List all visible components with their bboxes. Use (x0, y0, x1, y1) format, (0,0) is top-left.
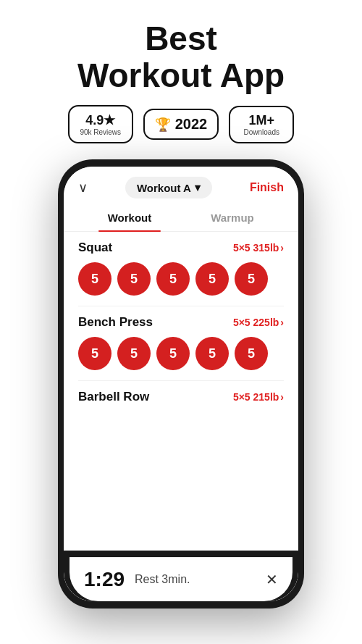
award-badge: 🏆 2022 (143, 109, 219, 140)
trophy-icon: 🏆 (155, 117, 171, 133)
badges-row: 4.9★ 90k Reviews 🏆 2022 1M+ Downloads (68, 105, 295, 143)
rest-timer-time: 1:29 (84, 568, 127, 591)
tab-warmup[interactable]: Warmup (181, 204, 284, 231)
downloads-value: 1M+ (248, 113, 274, 128)
squat-set-1[interactable]: 5 (78, 262, 111, 296)
rating-badge: 4.9★ 90k Reviews (68, 105, 133, 143)
rating-value: 4.9★ (85, 112, 115, 128)
bench-set-4[interactable]: 5 (195, 337, 229, 370)
squat-name: Squat (78, 241, 112, 255)
bench-set-1[interactable]: 5 (78, 337, 111, 370)
phone-mockup: ∨ Workout A ▾ Finish Workout Warmup (58, 159, 304, 609)
exercise-squat: Squat 5×5 315lb › 5 5 5 5 5 (64, 232, 298, 306)
bench-set-3[interactable]: 5 (156, 337, 190, 370)
barbell-row-header: Barbell Row 5×5 215lb › (78, 390, 284, 404)
bench-sets-row: 5 5 5 5 5 (78, 337, 284, 377)
bench-press-name: Bench Press (78, 315, 153, 330)
exercise-squat-header: Squat 5×5 315lb › (78, 241, 284, 255)
rating-sub: 90k Reviews (80, 128, 121, 136)
squat-set-5[interactable]: 5 (235, 262, 268, 296)
tabs-row: Workout Warmup (64, 204, 298, 232)
phone-screen: ∨ Workout A ▾ Finish Workout Warmup (64, 167, 298, 601)
barbell-row-detail: 5×5 215lb › (233, 391, 284, 403)
finish-button[interactable]: Finish (250, 181, 284, 194)
phone-topbar: ∨ Workout A ▾ Finish (64, 167, 298, 204)
squat-arrow-icon: › (280, 242, 284, 254)
award-year: 2022 (175, 116, 208, 133)
workout-name-label: Workout A (137, 182, 191, 194)
tab-workout[interactable]: Workout (78, 204, 181, 231)
rest-timer-close-button[interactable]: ✕ (266, 571, 278, 588)
exercise-barbell-row: Barbell Row 5×5 215lb › (64, 381, 298, 414)
rest-timer-bar: 1:29 Rest 3min. ✕ (70, 557, 292, 601)
bench-set-2[interactable]: 5 (117, 337, 151, 370)
squat-set-3[interactable]: 5 (156, 262, 190, 296)
exercises-list: Squat 5×5 315lb › 5 5 5 5 5 (64, 232, 298, 551)
squat-set-4[interactable]: 5 (195, 262, 229, 296)
bench-press-detail: 5×5 225lb › (233, 317, 284, 328)
downloads-badge: 1M+ Downloads (229, 106, 294, 143)
bench-press-header: Bench Press 5×5 225lb › (78, 315, 284, 330)
barbell-row-name: Barbell Row (78, 390, 149, 404)
squat-detail: 5×5 315lb › (233, 242, 284, 254)
barbell-row-arrow-icon: › (280, 391, 284, 403)
page-title: Best Workout App (77, 20, 285, 93)
chevron-down-icon[interactable]: ∨ (78, 180, 88, 196)
exercise-bench-press: Bench Press 5×5 225lb › 5 5 5 5 5 (64, 306, 298, 380)
header: Best Workout App (63, 0, 299, 105)
rest-timer-label: Rest 3min. (135, 573, 258, 586)
squat-set-2[interactable]: 5 (117, 262, 151, 296)
bench-press-arrow-icon: › (280, 317, 284, 328)
dropdown-arrow-icon: ▾ (195, 181, 201, 194)
bench-set-5[interactable]: 5 (235, 337, 268, 370)
downloads-sub: Downloads (244, 128, 279, 136)
squat-sets-row: 5 5 5 5 5 (78, 262, 284, 303)
workout-name-pill[interactable]: Workout A ▾ (125, 177, 212, 198)
phone-frame: ∨ Workout A ▾ Finish Workout Warmup (58, 159, 304, 609)
